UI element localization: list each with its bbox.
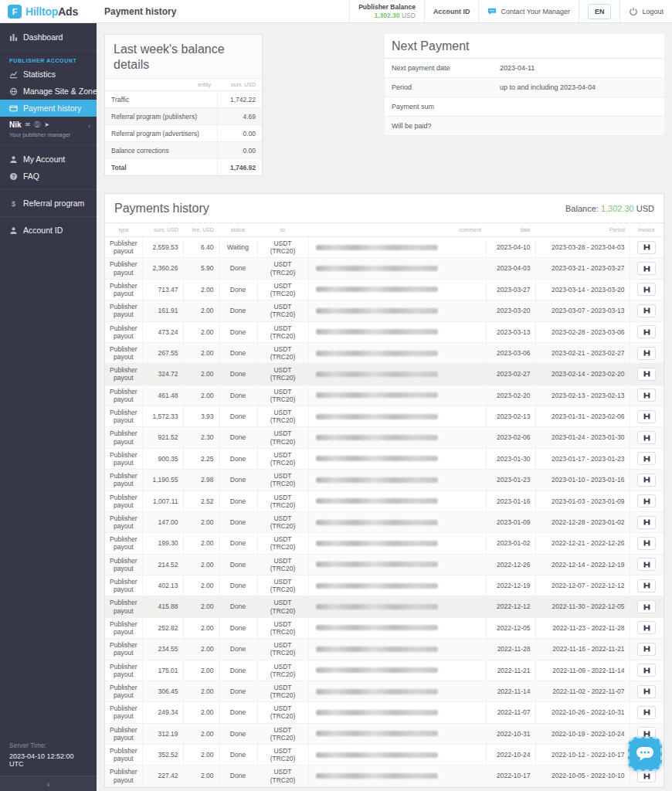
invoice-button[interactable]: [637, 579, 656, 592]
invoice-button[interactable]: [637, 304, 656, 317]
payments-balance: Balance: 1,302.30 USD: [565, 204, 654, 213]
col-sum: sum, USD: [217, 79, 262, 91]
redacted-wallet-address: [316, 351, 438, 356]
payments-table-body: Publisher payout 2,559.53 6.40 Waiting U…: [105, 237, 664, 787]
invoice-icon: [643, 476, 651, 484]
invoice-icon: [643, 708, 651, 716]
redacted-wallet-address: [316, 435, 438, 440]
sidebar-item-my-account[interactable]: My Account: [0, 151, 97, 168]
app-window: F HilltopAds Payment history Publisher B…: [0, 0, 672, 791]
sidebar-item-payment-history[interactable]: Payment history: [0, 100, 97, 117]
invoice-button[interactable]: [637, 262, 656, 275]
chat-bubble-icon: [487, 7, 497, 16]
svg-text:?: ?: [12, 173, 15, 178]
sum-cell: 4.69: [217, 108, 262, 125]
next-payment-panel: Next Payment Next payment date 2023-04-1…: [385, 34, 664, 136]
invoice-icon: [643, 307, 651, 314]
sidebar-item-dashboard[interactable]: Dashboard: [0, 29, 97, 46]
invoice-button[interactable]: [637, 325, 656, 338]
status-cell: Done: [219, 491, 257, 511]
invoice-button[interactable]: [637, 516, 656, 529]
invoice-button[interactable]: [637, 389, 656, 402]
chevron-left-icon: ‹: [47, 779, 50, 789]
payment-row: Publisher payout 234.55 2.00 Done USDT (…: [105, 639, 664, 660]
invoice-button[interactable]: [637, 283, 656, 296]
sidebar-item-statistics[interactable]: Statistics: [0, 66, 97, 83]
status-cell: Done: [219, 766, 257, 786]
next-payment-label: Payment sum: [392, 103, 500, 110]
language-button[interactable]: EN: [588, 4, 612, 19]
sidebar-section-publisher-account: PUBLISHER ACCOUNT: [0, 56, 97, 66]
invoice-icon: [643, 328, 651, 336]
status-cell: Done: [219, 470, 257, 491]
sidebar-divider: [0, 216, 97, 217]
invoice-button[interactable]: [637, 706, 656, 719]
entity-cell: Referral program (publishers): [105, 108, 217, 125]
invoice-button[interactable]: [637, 452, 656, 465]
invoice-icon: [643, 687, 651, 695]
account-id-menu[interactable]: Account ID: [424, 0, 479, 22]
payment-row: Publisher payout 199.30 2.00 Done USDT (…: [105, 533, 664, 554]
invoice-icon: [643, 624, 651, 632]
publisher-balance: Publisher Balance 1,302.30 USD: [349, 0, 424, 22]
logout-button[interactable]: Logout: [619, 0, 672, 22]
invoice-button[interactable]: [637, 621, 656, 634]
manager-collapse-chevron-icon[interactable]: ‹: [88, 122, 90, 130]
redacted-wallet-address: [316, 414, 438, 419]
contact-manager-button[interactable]: Contact Your Manager: [478, 0, 579, 22]
payments-balance-amount: 1,302.30: [601, 204, 634, 213]
server-time: Server Time: 2023-04-10 12:52:00 UTC: [0, 735, 97, 776]
dashboard-icon: [9, 33, 18, 42]
sidebar: Dashboard PUBLISHER ACCOUNT Statistics M…: [0, 23, 97, 791]
skype-icon[interactable]: Ⓢ: [34, 122, 40, 128]
invoice-button[interactable]: [637, 664, 656, 677]
balance-amount: 1,302.30: [374, 12, 399, 19]
status-cell: Done: [219, 321, 257, 342]
invoice-icon: [643, 539, 651, 547]
payment-row: Publisher payout 1,007.11 2.52 Done USDT…: [105, 491, 664, 511]
invoice-button[interactable]: [637, 410, 656, 423]
sidebar-nav: Dashboard PUBLISHER ACCOUNT Statistics M…: [0, 23, 97, 735]
invoice-icon: [643, 603, 651, 611]
status-cell: Waiting: [219, 237, 257, 258]
brand-name: HilltopAds: [25, 5, 78, 18]
balance-card-title: Last week's balance details: [105, 35, 262, 78]
payments-history-card: Payments history Balance: 1,302.30 USD t…: [104, 193, 664, 788]
invoice-button[interactable]: [637, 643, 656, 656]
balance-detail-row: Referral program (advertisers) 0.00: [105, 125, 262, 142]
payment-row: Publisher payout 147.00 2.00 Done USDT (…: [105, 511, 664, 532]
invoice-icon: [643, 645, 651, 653]
payment-row: Publisher payout 415.88 2.00 Done USDT (…: [105, 596, 664, 617]
invoice-button[interactable]: [637, 241, 656, 254]
invoice-button[interactable]: [637, 685, 656, 698]
invoice-button[interactable]: [637, 537, 656, 550]
invoice-button[interactable]: [637, 368, 656, 381]
sidebar-item-account-id[interactable]: Account ID: [0, 222, 97, 239]
invoice-button[interactable]: [637, 558, 656, 571]
invoice-button[interactable]: [637, 494, 656, 508]
sidebar-item-manage-site-zones[interactable]: Manage Site & Zones: [0, 83, 97, 100]
invoice-icon: [643, 412, 651, 420]
invoice-button[interactable]: [637, 474, 656, 487]
sidebar-item-referral-program[interactable]: $ Referral program: [0, 195, 97, 212]
status-cell: Done: [219, 406, 257, 427]
invoice-button[interactable]: [637, 600, 656, 613]
sidebar-collapse-button[interactable]: ‹: [0, 776, 97, 791]
email-icon[interactable]: ✉: [25, 122, 31, 128]
invoice-button[interactable]: [637, 431, 656, 444]
brand-logo[interactable]: F HilltopAds: [0, 0, 97, 22]
power-icon: [629, 7, 638, 16]
status-cell: Done: [219, 554, 257, 575]
status-cell: Done: [219, 575, 257, 596]
status-cell: Done: [219, 427, 257, 448]
payment-row: Publisher payout 352.52 2.00 Done USDT (…: [105, 745, 664, 766]
sidebar-item-faq[interactable]: ? FAQ: [0, 168, 97, 185]
invoice-button[interactable]: [637, 769, 656, 783]
invoice-button[interactable]: [637, 347, 656, 360]
brand-logo-icon: F: [8, 5, 22, 19]
chat-widget-button[interactable]: [628, 737, 662, 771]
telegram-icon[interactable]: ➤: [44, 122, 49, 128]
redacted-wallet-address: [316, 731, 438, 736]
next-payment-row: Next payment date 2023-04-11: [385, 59, 664, 78]
payment-row: Publisher payout 402.13 2.00 Done USDT (…: [105, 575, 664, 596]
